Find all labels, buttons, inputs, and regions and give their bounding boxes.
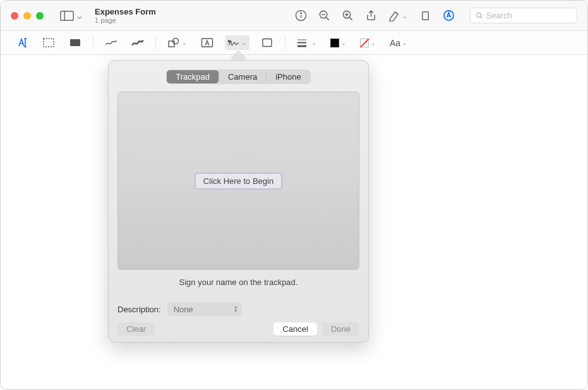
svg-line-6 (326, 17, 328, 20)
text-selection-tool[interactable] (13, 35, 31, 50)
text-style-label: Aa (390, 38, 400, 48)
fullscreen-window-button[interactable] (36, 12, 44, 20)
zoom-in-button[interactable] (342, 9, 354, 21)
shapes-icon (167, 37, 180, 48)
info-icon (295, 9, 307, 21)
page-count: 1 page (95, 16, 156, 24)
signature-icon (227, 37, 240, 48)
description-label: Description: (117, 305, 161, 314)
highlight-button[interactable]: ⌄ (388, 9, 408, 21)
share-button[interactable] (365, 9, 377, 21)
svg-rect-12 (423, 12, 429, 20)
svg-rect-26 (297, 46, 306, 47)
sketch-tool[interactable] (102, 35, 120, 50)
tab-camera[interactable]: Camera (219, 70, 266, 83)
fill-color-tool[interactable]: ⌄ (357, 37, 378, 49)
chevron-down-icon: ⌄ (341, 40, 346, 46)
svg-rect-17 (44, 39, 54, 47)
chevron-down-icon: ⌄ (402, 40, 407, 46)
done-button[interactable]: Done (322, 322, 359, 336)
svg-rect-0 (61, 11, 73, 20)
line-weight-icon (297, 37, 309, 48)
markup-button[interactable] (443, 9, 455, 21)
zoom-out-button[interactable] (318, 9, 330, 21)
description-row: Description: None ▲▼ (117, 302, 359, 316)
chevron-down-icon: ⌄ (75, 9, 83, 21)
svg-rect-18 (70, 39, 80, 46)
redact-icon (69, 37, 81, 48)
svg-rect-25 (297, 42, 306, 44)
svg-point-14 (476, 13, 481, 17)
note-tool[interactable] (258, 35, 276, 50)
clear-button[interactable]: Clear (117, 322, 155, 336)
traffic-lights (11, 12, 44, 20)
svg-point-22 (228, 40, 230, 42)
description-value: None (174, 305, 193, 314)
tab-iphone[interactable]: iPhone (267, 70, 309, 83)
color-swatch-black (330, 39, 339, 47)
note-icon (261, 37, 273, 48)
draw-tool[interactable] (129, 35, 147, 50)
chevron-down-icon: ⌄ (402, 11, 408, 20)
svg-line-15 (481, 17, 483, 19)
rectangular-selection-tool[interactable] (40, 35, 57, 50)
sidebar-icon (60, 10, 74, 21)
svg-point-4 (301, 13, 302, 14)
tab-trackpad[interactable]: Trackpad (167, 70, 219, 83)
svg-rect-19 (169, 41, 174, 47)
sketch-icon (105, 37, 117, 48)
text-tool[interactable] (198, 35, 216, 50)
markup-toolbar: ⌄ ⌄ ⌄ ⌄ ⌄ (1, 31, 587, 55)
text-box-icon (201, 37, 213, 48)
rotate-icon (419, 9, 431, 21)
border-color-tool[interactable]: ⌄ (328, 37, 349, 49)
rotate-button[interactable] (419, 9, 431, 21)
popover-actions: Clear Cancel Done (117, 322, 359, 336)
select-arrows-icon: ▲▼ (234, 305, 238, 313)
share-icon (365, 9, 377, 21)
color-swatch-none (360, 39, 369, 47)
redact-tool[interactable] (66, 35, 84, 50)
border-style-tool[interactable]: ⌄ (294, 35, 319, 50)
document-title: Expenses Form (95, 7, 156, 16)
search-field[interactable] (470, 8, 577, 23)
toolbar-actions: ⌄ (295, 9, 455, 21)
chevron-down-icon: ⌄ (182, 40, 187, 46)
zoom-in-icon (342, 9, 354, 21)
chevron-down-icon: ⌄ (371, 40, 376, 46)
draw-icon (131, 37, 144, 48)
svg-line-9 (349, 17, 352, 20)
svg-rect-23 (263, 39, 272, 47)
signature-popover: Trackpad Camera iPhone Click Here to Beg… (108, 60, 369, 343)
search-input[interactable] (486, 11, 572, 20)
document-canvas[interactable]: Trackpad Camera iPhone Click Here to Beg… (1, 55, 587, 389)
app-window: ⌄ Expenses Form 1 page ⌄ (0, 0, 588, 390)
text-cursor-icon (16, 37, 28, 48)
chevron-down-icon: ⌄ (242, 40, 247, 46)
signature-hint: Sign your name on the trackpad. (117, 277, 359, 287)
chevron-down-icon: ⌄ (311, 40, 316, 46)
zoom-out-icon (318, 9, 330, 21)
description-select[interactable]: None ▲▼ (167, 302, 242, 316)
begin-signing-button[interactable]: Click Here to Begin (195, 173, 282, 190)
shapes-tool[interactable]: ⌄ (165, 35, 189, 50)
sidebar-toggle-button[interactable]: ⌄ (59, 8, 85, 23)
minimize-window-button[interactable] (23, 12, 31, 20)
svg-rect-24 (297, 40, 306, 40)
close-window-button[interactable] (11, 12, 18, 20)
info-button[interactable] (295, 9, 307, 21)
markup-icon (443, 9, 455, 21)
document-title-group: Expenses Form 1 page (95, 7, 156, 24)
cancel-button[interactable]: Cancel (273, 322, 316, 336)
signature-pad[interactable]: Click Here to Begin (117, 92, 359, 270)
search-icon (476, 11, 483, 20)
titlebar: ⌄ Expenses Form 1 page ⌄ (1, 1, 587, 31)
highlight-icon (388, 9, 400, 21)
sign-tool[interactable]: ⌄ (225, 35, 249, 50)
text-style-tool[interactable]: Aa ⌄ (387, 36, 410, 50)
rect-select-icon (42, 37, 55, 48)
signature-source-tabs: Trackpad Camera iPhone (117, 70, 359, 84)
